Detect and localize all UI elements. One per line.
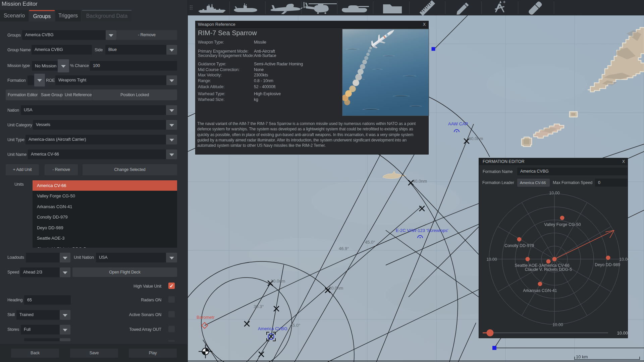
svg-text:20.0nm: 20.0nm <box>329 286 343 291</box>
svg-text:10.00: 10.00 <box>617 330 628 336</box>
svg-text:10.00: 10.00 <box>486 257 497 262</box>
svg-text:Conolly DD-979: Conolly DD-979 <box>504 243 534 248</box>
svg-text:40.0nm: 40.0nm <box>413 179 427 184</box>
svg-text:10.00: 10.00 <box>552 322 563 327</box>
svg-text:E-2C VAW-123 'Screwtops': E-2C VAW-123 'Screwtops' <box>396 228 448 233</box>
svg-text:AAW CAP: AAW CAP <box>448 121 468 126</box>
svg-text:10.00: 10.00 <box>549 191 559 195</box>
svg-text:10.0nm: 10.0nm <box>271 279 285 284</box>
svg-text:46.9°: 46.9° <box>339 246 349 251</box>
svg-text:Valley Forge CG-50: Valley Forge CG-50 <box>544 222 581 227</box>
svg-text:America CVBG: America CVBG <box>258 326 287 331</box>
svg-text:10.00: 10.00 <box>619 257 630 262</box>
svg-text:Arkansas CGN-41: Arkansas CGN-41 <box>523 288 557 293</box>
svg-text:30.3°: 30.3° <box>254 304 264 309</box>
svg-text:Barometr: Barometr <box>197 315 215 320</box>
svg-text:45.0°: 45.0° <box>290 323 301 328</box>
svg-text:60.0nm: 60.0nm <box>469 136 483 141</box>
svg-text:10 km: 10 km <box>576 354 588 359</box>
svg-text:Deyo DD-989: Deyo DD-989 <box>595 262 620 267</box>
svg-text:45.0°: 45.0° <box>365 240 375 245</box>
svg-text:Claude V. Rickets DDG-5: Claude V. Rickets DDG-5 <box>525 267 572 272</box>
